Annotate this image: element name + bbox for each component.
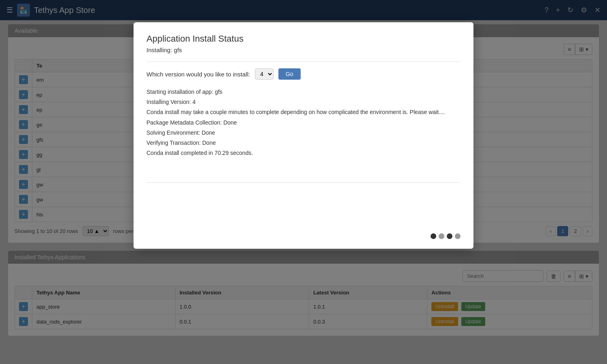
loading-indicator (431, 233, 461, 239)
modal-subtitle: Installing: gfs (146, 47, 461, 53)
log-line-6: Verifying Transaction: Done (146, 138, 461, 148)
version-selector-row: Which version would you like to install:… (146, 68, 461, 80)
install-log: Starting installation of app: gfs Instal… (146, 87, 461, 158)
dot-1 (431, 233, 436, 239)
log-line-5: Solving Environment: Done (146, 128, 461, 138)
log-line-2: Installing Version: 4 (146, 97, 461, 107)
dot-3 (447, 233, 452, 239)
log-line-1: Starting installation of app: gfs (146, 87, 461, 97)
modal-title: Application Install Status (146, 34, 461, 44)
modal-overlay: Application Install Status Installing: g… (0, 0, 607, 364)
version-label: Which version would you like to install: (146, 71, 250, 78)
log-line-7: Conda install completed in 70.29 seconds… (146, 148, 461, 158)
install-status-modal: Application Install Status Installing: g… (134, 22, 473, 249)
modal-footer (431, 233, 461, 239)
log-line-4: Package Metadata Collection: Done (146, 118, 461, 128)
dot-4 (455, 233, 461, 239)
modal-divider-top (146, 61, 461, 62)
log-line-3: Conda install may take a couple minutes … (146, 107, 461, 117)
dot-2 (439, 233, 444, 239)
modal-divider-bottom (146, 182, 461, 183)
go-button[interactable]: Go (278, 68, 301, 80)
version-select[interactable]: 4 3 2 1 (255, 68, 274, 80)
